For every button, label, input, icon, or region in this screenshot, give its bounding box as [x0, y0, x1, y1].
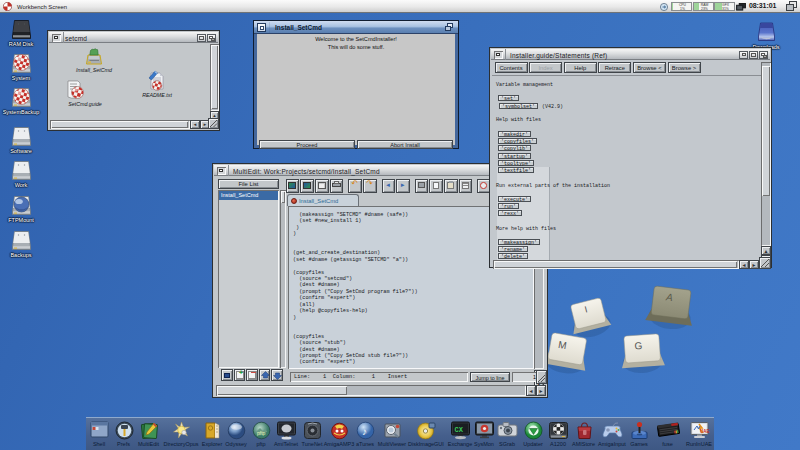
svg-text:CX: CX [455, 426, 464, 434]
svg-text:G: G [634, 340, 643, 352]
svg-text:pftp: pftp [257, 430, 266, 436]
svg-text:UAE: UAE [700, 429, 710, 434]
svg-text:♪: ♪ [362, 426, 367, 437]
